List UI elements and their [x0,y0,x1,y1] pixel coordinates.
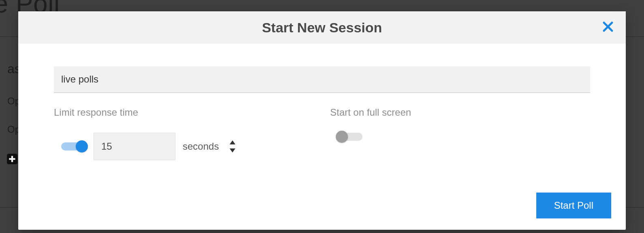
stepper-up-button[interactable] [230,140,235,144]
modal-header: Start New Session [18,11,626,44]
add-icon [7,154,17,164]
toggle-knob [336,131,348,143]
response-time-unit: seconds [183,141,219,152]
full-screen-label: Start on full screen [330,107,590,118]
chevron-down-icon [230,147,235,154]
limit-response-time-toggle[interactable] [61,142,86,150]
svg-marker-5 [230,140,235,144]
close-button[interactable] [600,19,616,36]
toggle-knob [76,140,88,153]
limit-response-time-option: Limit response time [54,107,314,160]
full-screen-control [330,133,590,141]
modal-title: Start New Session [262,20,382,36]
full-screen-toggle[interactable] [337,133,363,141]
stepper-arrows [230,133,235,160]
response-time-stepper[interactable] [94,133,175,160]
svg-marker-6 [230,148,235,153]
chevron-up-icon [230,139,235,146]
modal-body: Limit response time [18,44,626,230]
stepper-down-button[interactable] [230,148,235,153]
start-poll-button[interactable]: Start Poll [536,193,611,218]
modal-footer: Start Poll [536,193,611,218]
start-session-modal: Start New Session Limit response time [18,11,626,230]
full-screen-option: Start on full screen [330,107,590,160]
svg-rect-2 [9,158,15,160]
session-name-input[interactable] [54,66,590,93]
close-icon [602,21,614,34]
limit-response-time-label: Limit response time [54,107,314,118]
limit-response-time-control: seconds [54,133,314,160]
options-row: Limit response time [54,107,590,160]
